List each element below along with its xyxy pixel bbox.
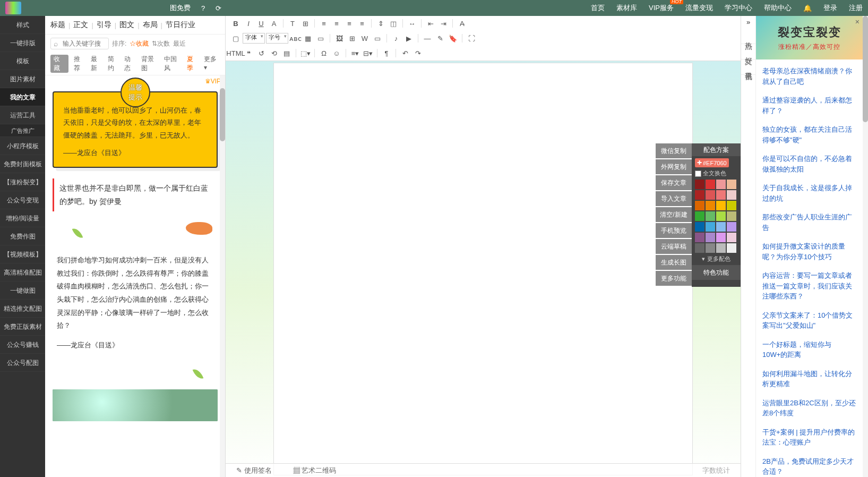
nav-3[interactable]: 流量变现	[685, 3, 713, 13]
source-icon[interactable]: ↺	[255, 47, 267, 59]
filter-4[interactable]: 动态	[124, 55, 136, 73]
sort-fav[interactable]: ☆收藏	[130, 39, 149, 48]
swatch-16[interactable]	[695, 222, 704, 232]
swatch-8[interactable]	[695, 201, 704, 210]
filter-5[interactable]: 背景图	[141, 55, 159, 73]
align-right-icon[interactable]: ≡	[343, 18, 355, 29]
special-features[interactable]: 特色功能	[692, 265, 741, 280]
sidebar-item-3[interactable]: 图片素材	[0, 70, 45, 88]
spacing-icon[interactable]: ◫	[388, 18, 399, 29]
sidebar-item-5[interactable]: 运营工具	[0, 106, 45, 124]
nav-1[interactable]: 素材库	[616, 3, 637, 13]
swatch-6[interactable]	[716, 190, 726, 200]
hr-icon[interactable]: —	[422, 32, 433, 44]
audio-icon[interactable]: ♪	[390, 32, 402, 44]
list-icon[interactable]: ≡▾	[349, 47, 361, 59]
article-link-2[interactable]: 独立的女孩，都在关注自己活得够不够"硬"	[756, 120, 863, 149]
collapse-arrow[interactable]: »	[741, 16, 755, 29]
swatch-18[interactable]	[716, 222, 726, 232]
action-6[interactable]: 云端草稿	[656, 239, 692, 254]
close-icon[interactable]: ×	[855, 18, 860, 26]
filter-3[interactable]: 简约	[108, 55, 119, 73]
swatch-2[interactable]	[716, 180, 726, 189]
scrollbar[interactable]	[220, 75, 225, 477]
login-link[interactable]: 登录	[823, 3, 837, 13]
scrollbar[interactable]	[863, 16, 868, 477]
template-icon[interactable]: ▤	[281, 47, 293, 59]
undo-icon[interactable]: ↶	[399, 47, 411, 59]
swatch-14[interactable]	[716, 211, 726, 221]
sidebar-item-6[interactable]: 广告推广	[0, 124, 45, 137]
emoji-icon[interactable]: ☺	[331, 47, 342, 59]
swatch-27[interactable]	[727, 243, 736, 253]
article-link-1[interactable]: 通过整容逆袭的人，后来都怎样了？	[756, 91, 863, 120]
italic-icon[interactable]: I	[243, 18, 254, 29]
tab-3[interactable]: 图文	[119, 20, 134, 30]
case-icon[interactable]: ᴀʙᴄ	[289, 32, 301, 44]
nav-0[interactable]: 首页	[591, 3, 605, 13]
fullscreen-icon[interactable]: ⛶	[466, 32, 477, 44]
sidebar-item-19[interactable]: 公众号配图	[0, 354, 45, 372]
logo[interactable]	[5, 2, 21, 14]
article-link-4[interactable]: 关于自我成长，这是很多人掉过的坑	[756, 178, 863, 208]
lineheight-icon[interactable]: ⇕	[375, 18, 386, 29]
background-icon[interactable]: ▭	[372, 32, 383, 44]
register-link[interactable]: 注册	[849, 3, 863, 13]
sidebar-item-0[interactable]: 样式	[0, 16, 45, 34]
style-card-1[interactable]: 温馨提示 当他垂垂老时，他可以回乡了，山河仍在，春天依旧，只是父母的坟，在太深的…	[53, 91, 218, 168]
swatch-1[interactable]	[706, 180, 715, 189]
nav-4[interactable]: 学习中心	[725, 3, 752, 13]
swatch-15[interactable]	[727, 211, 736, 221]
sidebar-item-1[interactable]: 一键排版	[0, 34, 45, 52]
swatch-19[interactable]	[727, 222, 736, 232]
editor-canvas[interactable]	[273, 63, 693, 475]
word-count[interactable]: 字数统计	[702, 466, 730, 475]
quote-icon[interactable]: ❝	[243, 47, 254, 59]
swatch-23[interactable]	[727, 233, 736, 242]
swatch-4[interactable]	[695, 190, 704, 200]
swatch-11[interactable]	[727, 201, 736, 210]
style-card-2[interactable]: 这世界也并不是非白即黑，做一个属于红白蓝的梦吧。by 贺伊曼	[53, 178, 218, 211]
art-qrcode[interactable]: ▦ 艺术二维码	[293, 466, 337, 475]
border-icon[interactable]: ▭	[315, 32, 326, 44]
align-justify-icon[interactable]: ≡	[356, 18, 368, 29]
strike-icon[interactable]: A̶	[456, 18, 468, 29]
tab-5[interactable]: 节日行业	[166, 20, 195, 30]
tab-4[interactable]: 布局	[143, 20, 158, 30]
swatch-24[interactable]	[695, 243, 704, 253]
filter-1[interactable]: 推荐	[74, 55, 85, 73]
multiimage-icon[interactable]: ⊞	[346, 32, 358, 44]
action-4[interactable]: 清空/新建	[656, 207, 692, 222]
sidebar-item-10[interactable]: 公众号变现	[0, 191, 45, 209]
nav-5[interactable]: 帮助中心	[764, 3, 792, 13]
align-center-icon[interactable]: ≡	[331, 18, 342, 29]
sidebar-item-16[interactable]: 精选推文配图	[0, 300, 45, 318]
style-card-image[interactable]	[53, 389, 218, 421]
article-link-6[interactable]: 如何提升微文案设计的质量呢？为你分享10个技巧	[756, 237, 863, 266]
sidebar-item-18[interactable]: 公众号赚钱	[0, 336, 45, 354]
action-5[interactable]: 手机预览	[656, 223, 692, 238]
action-2[interactable]: 保存文章	[656, 175, 692, 190]
sidebar-item-17[interactable]: 免费正版素材	[0, 318, 45, 336]
rtab-news[interactable]: 早资讯	[741, 59, 755, 75]
sidebar-item-7[interactable]: 小程序模板	[0, 137, 45, 155]
filter-2[interactable]: 最新	[91, 55, 102, 73]
article-link-0[interactable]: 老母亲总在深夜情绪崩溃？你就从了自己吧	[756, 62, 863, 91]
article-link-13[interactable]: 2B产品，免费试用定多少天才合适？	[756, 452, 863, 478]
help-icon[interactable]: ?	[201, 4, 205, 12]
swatch-3[interactable]	[727, 180, 736, 189]
sidebar-item-2[interactable]: 模板	[0, 52, 45, 70]
sidebar-item-13[interactable]: 【视频模板】	[0, 245, 45, 263]
swatch-25[interactable]	[706, 243, 715, 253]
nav-2[interactable]: VIP服务HOT	[649, 3, 674, 13]
sidebar-item-11[interactable]: 增粉/阅读量	[0, 209, 45, 227]
article-link-8[interactable]: 父亲节文案来了：10个借势文案写出"父爱如山"	[756, 306, 863, 335]
html-icon[interactable]: HTML	[230, 47, 242, 59]
newdoc-icon[interactable]: ▢	[230, 32, 242, 44]
free-label[interactable]: 图免费	[170, 3, 191, 13]
article-link-12[interactable]: 干货+案例 | 提升用户付费率的法宝：心理账户	[756, 423, 863, 452]
swatch-26[interactable]	[716, 243, 726, 253]
sidebar-item-4[interactable]: 我的文章	[0, 88, 45, 106]
swatch-7[interactable]	[727, 190, 736, 200]
more-colors[interactable]: ▾ 更多配色	[695, 255, 737, 263]
